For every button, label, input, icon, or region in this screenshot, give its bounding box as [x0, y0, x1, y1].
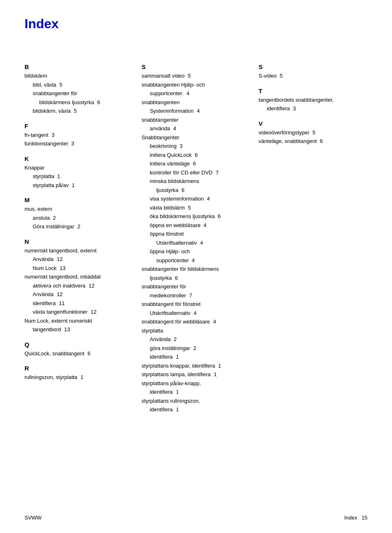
entry-page-num: 1	[174, 406, 179, 413]
entry-text: Använda	[33, 256, 53, 262]
entry-text: använda	[150, 125, 170, 132]
entry-page-num: 2	[192, 345, 196, 351]
entry-text: identifiera	[267, 105, 290, 112]
entry-page-num: 5	[278, 73, 283, 79]
entry-text: snabbtangenter för	[142, 283, 186, 290]
entry-page-num: 5	[58, 82, 62, 88]
entry-text: snabbtangenter för bildskärmens	[142, 266, 219, 272]
entry-page-num: 6	[193, 152, 198, 158]
entry-page-num: 4	[190, 257, 195, 263]
index-entry: initiera vänteläge 6	[142, 160, 251, 168]
section-letter-F: F	[24, 123, 134, 129]
index-entry: öppna fönstret	[142, 230, 251, 238]
index-entry: supportcenter 4	[142, 256, 251, 265]
entry-text: tangentbordets snabbtangenter,	[258, 97, 334, 103]
index-entry: bildskärmens ljusstyrka 6	[24, 98, 134, 107]
entry-page-num: 1	[174, 354, 179, 360]
index-entry: öppna en webbläsare 4	[142, 221, 251, 230]
section-letter-S: S	[258, 63, 368, 70]
entry-text: öppna fönstret	[150, 231, 184, 237]
entry-text: numeriskt tangentbord, externt	[24, 248, 96, 254]
entry-page-num: 1	[212, 371, 217, 377]
index-entry: snabbtangenten	[142, 98, 251, 107]
entry-page-num: 5	[186, 73, 191, 79]
entry-page-num: 13	[62, 326, 70, 332]
footer-label: Index	[344, 515, 357, 521]
entry-page-num: 4	[212, 319, 216, 325]
index-entry: öppna Hjälp- och	[142, 248, 251, 256]
index-entry: växla tangentfunktioner 12	[24, 308, 134, 316]
entry-text: ljusstyrka	[156, 187, 178, 193]
entry-text: Använda	[33, 291, 53, 297]
index-entry: sammansatt video 5	[142, 72, 251, 80]
entry-text: Snabbtangenter	[142, 134, 180, 140]
entry-page-num: 11	[57, 300, 65, 306]
entry-text: styrplatta	[142, 328, 163, 334]
index-entry: identifiera 3	[258, 105, 368, 113]
entry-text: funktionstangenter	[24, 140, 68, 147]
index-entry: mediekontroller 7	[142, 292, 251, 300]
entry-page-num: 1	[217, 363, 221, 369]
section-letter-M: M	[24, 196, 134, 203]
index-entry: göra inställningar 2	[142, 344, 251, 352]
index-entry: identifiera 11	[24, 299, 134, 308]
entry-text: öppna en webbläsare	[150, 222, 200, 228]
index-entry: rullningszon, styrplatta 1	[24, 373, 134, 381]
entry-page-num: 4	[185, 90, 189, 96]
index-entry: numeriskt tangentbord, inbäddat	[24, 273, 134, 281]
entry-text: bildskärmens ljusstyrka	[39, 99, 94, 105]
index-entry: bildskärm	[24, 72, 134, 80]
entry-page-num: 4	[198, 240, 203, 246]
entry-page-num: 1	[79, 374, 83, 380]
index-entry: styrplatta på/av 1	[24, 181, 134, 190]
entry-text: identifiera	[150, 389, 173, 395]
entry-text: kontroller för CD eller DVD	[150, 169, 213, 176]
entry-text: rullningszon, styrplatta	[24, 374, 77, 380]
entry-page-num: 5	[187, 205, 191, 211]
entry-text: snabbtangenter	[142, 117, 178, 123]
entry-text: styrplatta	[33, 173, 54, 179]
index-entry: numeriskt tangentbord, externt	[24, 247, 134, 255]
entry-text: Utskriftsalternativ	[156, 240, 197, 246]
entry-text: beskrivning	[150, 143, 177, 149]
entry-text: Systeminformation	[150, 108, 194, 114]
index-entry: mus, extern	[24, 205, 134, 213]
entry-text: Använda	[150, 336, 171, 342]
index-entry: Num Lock 13	[24, 264, 134, 272]
entry-text: styrplattans på/av-knapp,	[142, 380, 201, 386]
index-entry: ansluta 2	[24, 214, 134, 222]
index-entry: ljusstyrka 6	[142, 274, 251, 282]
index-entry: aktivera och inaktivera 12	[24, 282, 134, 290]
entry-page-num: 2	[76, 223, 80, 230]
index-entry: tangentbord 13	[24, 326, 134, 334]
footer-right: Index 15	[344, 515, 368, 521]
entry-text: sammansatt video	[142, 73, 185, 79]
footer-page: 15	[362, 515, 368, 521]
entry-text: snabbtangent för fönstret	[142, 301, 201, 307]
index-entry: snabbtangenter för	[142, 283, 251, 291]
index-entry: styrplattans på/av-knapp,	[142, 379, 251, 388]
index-entry: öka bildskärmens ljusstyrka 6	[142, 212, 251, 221]
entry-page-num: 3	[50, 132, 55, 138]
index-entry: bildskärm, växla 5	[24, 107, 134, 115]
entry-text: bildskärm, växla	[33, 108, 71, 114]
section-letter-K: K	[24, 155, 134, 162]
entry-text: identifiera	[150, 406, 173, 413]
index-entry: supportcenter. 4	[142, 89, 251, 98]
index-entry: videoöverföringstyper 5	[258, 129, 368, 137]
index-entry: snabbtangenter	[142, 116, 251, 124]
entry-text: identifiera	[33, 300, 56, 306]
section-letter-Q: Q	[24, 341, 134, 348]
entry-text: mus, extern	[24, 206, 52, 212]
index-entry: snabbtangent för webbläsare 4	[142, 318, 251, 326]
index-entry: styrplattans knappar, identifiera 1	[142, 362, 251, 370]
column-1: Bbildskärmbild, växla 5snabbtangenter fö…	[24, 56, 142, 415]
entry-text: identifiera	[150, 354, 173, 360]
index-entry: vänteläge, snabbtangent 6	[258, 137, 368, 145]
index-entry: växla bildslärm 5	[142, 204, 251, 212]
entry-text: öka bildskärmens ljusstyrka	[150, 213, 215, 219]
index-entry: styrplatta 1	[24, 172, 134, 181]
entry-page-num: 12	[55, 291, 62, 297]
entry-page-num: 12	[55, 256, 62, 262]
entry-text: tangentbord	[33, 326, 61, 332]
